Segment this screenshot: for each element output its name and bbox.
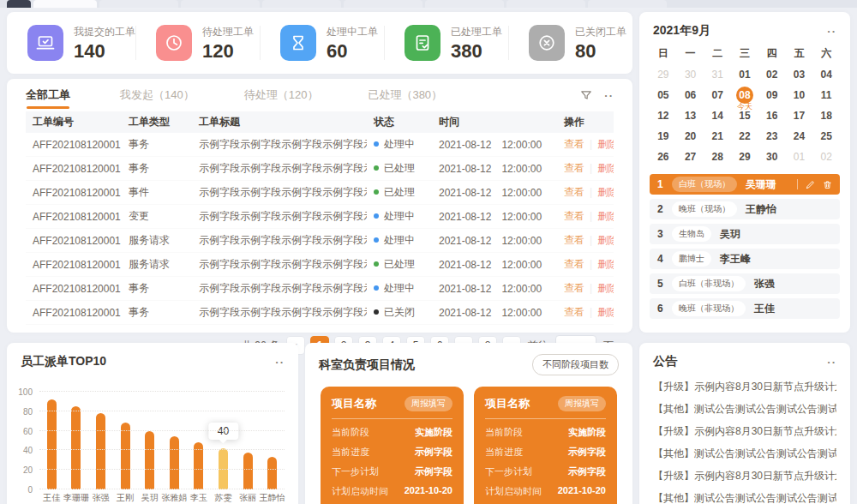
chart-bar[interactable] — [267, 457, 277, 489]
calendar-day[interactable]: 12 — [650, 105, 677, 126]
announcement-item[interactable]: 【升级】示例内容8月30日新节点升级计划通知 — [653, 380, 836, 394]
calendar-day[interactable]: 30 — [758, 147, 786, 167]
more-icon[interactable]: ·· — [827, 26, 836, 37]
browser-tab[interactable] — [344, 0, 423, 8]
chart-bar[interactable] — [71, 406, 81, 489]
calendar-day[interactable]: 07 — [704, 85, 731, 105]
calendar-day[interactable]: 19 — [650, 126, 677, 147]
chart-bar[interactable] — [170, 436, 179, 489]
calendar-day[interactable]: 10 — [786, 85, 813, 105]
view-link[interactable]: 查看 — [564, 234, 584, 246]
browser-tab[interactable] — [425, 0, 504, 8]
more-icon[interactable]: ·· — [275, 357, 285, 368]
project-field-row: 下一步计划示例字段 — [485, 465, 606, 478]
calendar-day[interactable]: 20 — [677, 126, 704, 147]
calendar-day[interactable]: 25 — [812, 126, 840, 147]
announcement-item[interactable]: 【其他】测试公告测试公告测试公告测试公告测试公告 — [653, 491, 836, 504]
view-link[interactable]: 查看 — [564, 210, 584, 222]
browser-tab[interactable] — [7, 0, 31, 8]
more-icon[interactable]: ·· — [604, 90, 614, 101]
chart-bar[interactable] — [47, 399, 57, 489]
browser-tab[interactable] — [262, 0, 341, 8]
shift-row[interactable]: 5白班（非现场）张强 — [650, 273, 840, 294]
calendar-day[interactable]: 23 — [758, 126, 786, 147]
announcement-item[interactable]: 【其他】测试公告测试公告测试公告测试公告测试公告 — [653, 402, 836, 417]
calendar-day[interactable]: 24 — [786, 126, 813, 147]
calendar-day[interactable]: 09 — [758, 85, 786, 105]
weekly-report-button[interactable]: 周报填写 — [405, 396, 452, 411]
chart-bar[interactable] — [243, 453, 253, 489]
delete-link[interactable]: 删除 — [597, 306, 614, 318]
browser-tab[interactable] — [181, 0, 260, 8]
delete-link[interactable]: 删除 — [597, 210, 614, 222]
view-link[interactable]: 查看 — [564, 138, 584, 150]
chart-bar[interactable] — [145, 431, 154, 489]
workorder-title: 示例字段示例字段示例字段示例字段示例字段 — [192, 277, 367, 301]
browser-tab[interactable] — [99, 0, 178, 8]
shift-row[interactable]: 2晚班（现场）王静怡 — [650, 199, 840, 219]
x-axis-label: 李珊珊 — [63, 492, 89, 504]
stage-count-button[interactable]: 不同阶段项目数 — [532, 354, 619, 375]
browser-tab[interactable] — [588, 0, 667, 8]
calendar-day[interactable]: 03 — [786, 64, 813, 85]
calendar-day[interactable]: 02 — [812, 147, 840, 167]
announcement-item[interactable]: 【其他】测试公告测试公告测试公告测试公告测试公告 — [653, 447, 836, 461]
calendar-day[interactable]: 14 — [704, 105, 731, 126]
view-link[interactable]: 查看 — [564, 186, 584, 198]
stat-label: 处理中工单 — [327, 25, 378, 39]
delete-link[interactable]: 删除 — [597, 186, 614, 198]
calendar-day[interactable]: 29 — [650, 64, 677, 85]
calendar-day[interactable]: 30 — [677, 64, 704, 85]
calendar-day-today[interactable]: 08今天 — [731, 85, 758, 105]
calendar-day[interactable]: 22 — [731, 126, 758, 147]
calendar-day[interactable]: 01 — [786, 147, 813, 167]
trash-icon[interactable] — [823, 180, 832, 189]
announcement-item[interactable]: 【升级】示例内容8月30日新节点升级计划通知 — [653, 469, 836, 483]
chart-bar[interactable] — [121, 423, 130, 489]
view-link[interactable]: 查看 — [564, 162, 584, 174]
shift-row[interactable]: 3生物岛吴玥 — [650, 224, 840, 244]
calendar-day[interactable]: 17 — [786, 105, 813, 126]
calendar-day[interactable]: 28 — [704, 147, 731, 167]
workorder-tab[interactable]: 已处理（380） — [368, 79, 442, 111]
calendar-day[interactable]: 31 — [704, 64, 731, 85]
calendar-day[interactable]: 29 — [731, 147, 758, 167]
delete-link[interactable]: 删除 — [597, 234, 614, 246]
calendar-day[interactable]: 06 — [677, 85, 704, 105]
workorder-tab[interactable]: 我发起（140） — [120, 79, 195, 111]
calendar-day[interactable]: 02 — [758, 64, 786, 85]
browser-tab[interactable] — [506, 0, 585, 8]
calendar-day[interactable]: 21 — [704, 126, 731, 147]
calendar-day[interactable]: 18 — [812, 105, 840, 126]
delete-link[interactable]: 删除 — [597, 258, 614, 270]
browser-tab[interactable] — [33, 0, 97, 8]
filter-icon[interactable] — [580, 89, 592, 101]
view-link[interactable]: 查看 — [564, 282, 584, 294]
calendar-day[interactable]: 27 — [677, 147, 704, 167]
delete-link[interactable]: 删除 — [597, 138, 614, 150]
shift-row[interactable]: 1白班（现场）吴珊珊 — [650, 174, 840, 195]
calendar-day[interactable]: 05 — [650, 85, 677, 105]
calendar-day[interactable]: 04 — [812, 64, 840, 85]
calendar-day[interactable]: 11 — [812, 85, 840, 105]
view-link[interactable]: 查看 — [564, 258, 584, 270]
weekly-report-button[interactable]: 周报填写 — [558, 396, 606, 411]
shift-row[interactable]: 6晚班（非现场）王佳 — [650, 298, 840, 319]
shift-row[interactable]: 4鹏博士李王峰 — [650, 249, 840, 269]
calendar-day[interactable]: 16 — [758, 105, 786, 126]
calendar-day[interactable]: 15 — [731, 105, 758, 126]
workorder-tab[interactable]: 待处理（120） — [244, 79, 319, 111]
chart-bar[interactable] — [96, 413, 105, 489]
browser-tab-strip — [0, 0, 857, 8]
delete-link[interactable]: 删除 — [597, 282, 614, 294]
workorder-tab[interactable]: 全部工单 — [26, 79, 70, 111]
calendar-day[interactable]: 13 — [677, 105, 704, 126]
calendar-day[interactable]: 01 — [731, 64, 758, 85]
announcement-item[interactable]: 【升级】示例内容8月30日新节点升级计划通知 — [653, 424, 836, 439]
calendar-day[interactable]: 26 — [650, 147, 677, 167]
project-field-row: 计划启动时间2021-10-20 — [485, 485, 606, 498]
more-icon[interactable]: ·· — [827, 357, 836, 368]
view-link[interactable]: 查看 — [564, 306, 584, 318]
edit-icon[interactable] — [806, 180, 815, 189]
delete-link[interactable]: 删除 — [597, 162, 614, 174]
